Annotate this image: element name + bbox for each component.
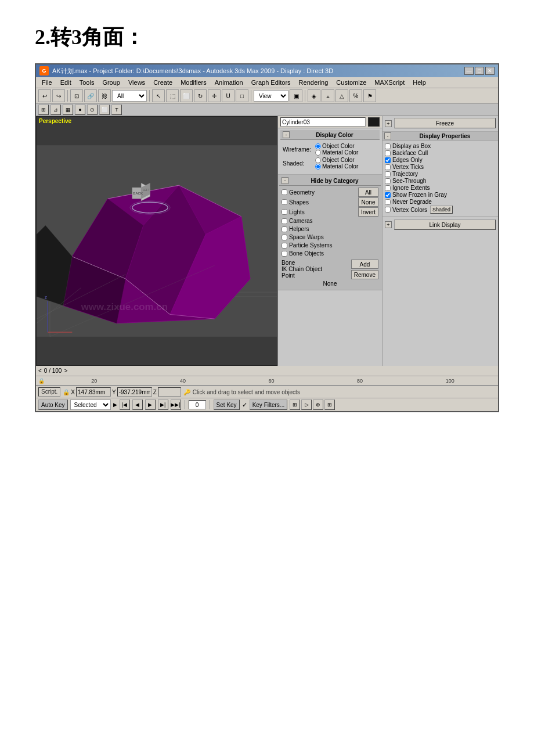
display-props-collapse[interactable]: - (384, 132, 391, 139)
ignore-extents-checkbox[interactable] (385, 185, 391, 191)
scroll-left-btn[interactable]: < (38, 368, 42, 374)
view-dropdown[interactable]: View (254, 90, 288, 102)
shaded-material-color-radio[interactable] (315, 164, 321, 170)
set-key-button[interactable]: Set Key (214, 399, 240, 410)
menu-views[interactable]: Views (125, 78, 149, 87)
trajectory-checkbox[interactable] (385, 171, 391, 177)
filter-dropdown[interactable]: All (112, 90, 147, 102)
menu-rendering[interactable]: Rendering (295, 78, 332, 87)
object-color-swatch[interactable] (368, 117, 380, 127)
capture-btn[interactable]: % (349, 89, 362, 102)
scroll-right-btn[interactable]: > (64, 368, 67, 374)
anim-next-end[interactable]: ▶▶| (171, 399, 181, 410)
anim-prev-start[interactable]: |◀ (120, 399, 130, 410)
y-input[interactable] (117, 387, 152, 397)
menu-help[interactable]: Help (409, 78, 430, 87)
select-region-type[interactable]: ⬜ (180, 89, 193, 102)
auto-key-button[interactable]: Auto Key (38, 399, 68, 410)
x-input[interactable] (76, 387, 111, 397)
viewport[interactable]: Perspective (36, 116, 277, 366)
display-as-box-checkbox[interactable] (385, 143, 391, 149)
invert-button[interactable]: Invert (358, 207, 378, 217)
backface-cull-checkbox[interactable] (385, 150, 391, 156)
view-btn[interactable]: ▣ (290, 89, 302, 102)
percent-snap[interactable]: ▦ (63, 105, 73, 115)
particle-systems-checkbox[interactable] (282, 243, 287, 249)
see-through-checkbox[interactable] (385, 178, 391, 184)
z-input[interactable] (158, 387, 181, 397)
close-button[interactable]: ✕ (485, 67, 495, 75)
key-filters-button[interactable]: Key Filters... (250, 399, 288, 410)
menu-graph-editors[interactable]: Graph Editors (248, 78, 294, 87)
remove-button[interactable]: Remove (351, 270, 378, 279)
scale-btn[interactable]: U (222, 89, 234, 102)
curve-editor-btn[interactable]: ⟁ (322, 89, 334, 102)
track-view[interactable]: ⬜ (99, 105, 110, 115)
anim-extra1[interactable]: ⊞ (290, 399, 300, 410)
menu-create[interactable]: Create (150, 78, 176, 87)
freeze-button[interactable]: Freeze (394, 118, 496, 128)
menu-animation[interactable]: Animation (211, 78, 247, 87)
menu-customize[interactable]: Customize (333, 78, 370, 87)
minimize-button[interactable]: — (464, 67, 474, 75)
wireframe-object-color-radio[interactable] (315, 143, 321, 149)
all-button[interactable]: All (358, 188, 378, 197)
anim-next-frame[interactable]: ▶| (158, 399, 168, 410)
shapes-checkbox[interactable] (282, 199, 287, 205)
anim-play[interactable]: ▶ (145, 399, 156, 410)
spinner-snap[interactable]: ● (75, 105, 85, 115)
select-object-btn[interactable]: ↖ (152, 89, 165, 102)
selected-dropdown[interactable]: Selected (70, 399, 111, 410)
link-display-collapse[interactable]: + (385, 221, 392, 228)
vertex-ticks-checkbox[interactable] (385, 164, 391, 170)
maximize-button[interactable]: □ (475, 67, 484, 75)
menu-group[interactable]: Group (99, 78, 124, 87)
frame-input[interactable] (189, 400, 206, 409)
space-warps-checkbox[interactable] (282, 235, 287, 240)
freeze-collapse[interactable]: + (385, 120, 392, 127)
menu-edit[interactable]: Edit (57, 78, 75, 87)
rect-btn[interactable]: □ (236, 89, 248, 102)
select-region-btn[interactable]: ⬚ (166, 89, 179, 102)
hide-cat-collapse[interactable]: - (282, 177, 288, 184)
link-button[interactable]: 🔗 (84, 89, 97, 102)
layer-mgr[interactable]: T (111, 105, 122, 115)
move-btn[interactable]: ✛ (208, 89, 221, 102)
none-button[interactable]: None (358, 197, 378, 207)
anim-extra2[interactable]: ▷ (301, 399, 312, 410)
material-btn[interactable]: ◈ (308, 89, 320, 102)
geometry-checkbox[interactable] (282, 189, 287, 195)
edges-only-checkbox[interactable] (385, 157, 391, 163)
object-name-input[interactable] (280, 117, 366, 127)
rotate-btn[interactable]: ↻ (194, 89, 207, 102)
helpers-checkbox[interactable] (282, 226, 287, 232)
extra-btn[interactable]: ⚑ (363, 89, 376, 102)
shaded-object-color-radio[interactable] (315, 157, 321, 163)
anim-prev-frame[interactable]: ◀ (132, 399, 143, 410)
lights-checkbox[interactable] (282, 209, 287, 215)
schematic-btn[interactable]: △ (335, 89, 348, 102)
redo-button[interactable]: ↪ (52, 89, 65, 102)
add-button[interactable]: Add (351, 260, 378, 269)
vertex-colors-checkbox[interactable] (385, 207, 391, 213)
obj-props[interactable]: ⊙ (87, 105, 98, 115)
select-button[interactable]: ⊡ (70, 89, 83, 102)
menu-tools[interactable]: Tools (76, 78, 98, 87)
anim-extra3[interactable]: ⊕ (313, 399, 323, 410)
shaded-button[interactable]: Shaded (430, 206, 453, 214)
bone-objects-checkbox[interactable] (282, 251, 287, 257)
anim-extra4[interactable]: ⊞ (324, 399, 335, 410)
snap-toggle[interactable]: ⊞ (38, 105, 49, 115)
wireframe-material-color-radio[interactable] (315, 150, 321, 156)
link-display-button[interactable]: Link Display (394, 219, 496, 230)
display-color-collapse[interactable]: - (283, 131, 290, 138)
menu-file[interactable]: File (38, 78, 56, 87)
unlink-button[interactable]: ⛓ (98, 89, 111, 102)
show-frozen-gray-checkbox[interactable] (385, 192, 391, 198)
menu-maxscript[interactable]: MAXScript (371, 78, 408, 87)
menu-modifiers[interactable]: Modifiers (177, 78, 210, 87)
undo-button[interactable]: ↩ (38, 89, 51, 102)
never-degrade-checkbox[interactable] (385, 199, 391, 205)
cameras-checkbox[interactable] (282, 218, 287, 224)
angle-snap[interactable]: ⊿ (50, 105, 61, 115)
